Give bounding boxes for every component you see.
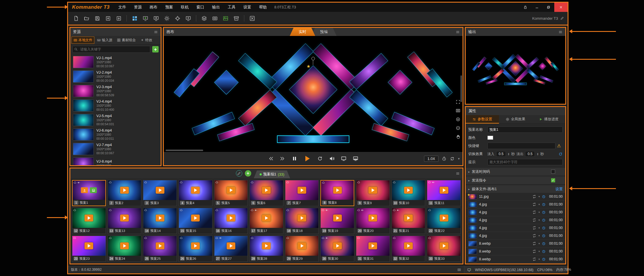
- loop-caret-icon[interactable]: ▾: [538, 242, 540, 245]
- preset-play-button[interactable]: [333, 215, 342, 221]
- play-button[interactable]: [304, 155, 311, 162]
- save-button[interactable]: [93, 14, 102, 23]
- preset-card[interactable]: 2 预案2: [108, 180, 142, 206]
- resource-file-item[interactable]: VJ-3.mp4 1920*1080 00:00:58:539: [73, 84, 158, 98]
- preset-play-button[interactable]: [440, 242, 448, 249]
- media-file-row[interactable]: 4.jpg ▾ 00:01:00: [466, 224, 565, 232]
- fade-in-input[interactable]: [496, 151, 506, 157]
- properties-tab[interactable]: 全局效果: [499, 115, 532, 124]
- preset-card[interactable]: 11 预案11: [427, 180, 461, 206]
- preset-play-button[interactable]: [333, 242, 342, 249]
- preset-card[interactable]: 27 预案27: [214, 236, 248, 262]
- preset-play-button[interactable]: [440, 215, 448, 221]
- preset-play-button[interactable]: [156, 187, 164, 194]
- loop-caret-icon[interactable]: ▾: [538, 211, 540, 214]
- preset-play-button[interactable]: [227, 187, 235, 194]
- preset-play-button[interactable]: [404, 187, 413, 194]
- replay-button[interactable]: [317, 156, 323, 161]
- fade-in-stepper[interactable]: ▲▼: [508, 152, 509, 155]
- preset-card[interactable]: 22 预案22: [427, 208, 461, 234]
- preset-card[interactable]: 12 预案12: [72, 208, 106, 234]
- preset-card[interactable]: 4 预案4: [179, 180, 212, 206]
- preset-play-button[interactable]: [227, 242, 235, 249]
- fit-screen-button[interactable]: [456, 108, 460, 113]
- import-button[interactable]: [104, 14, 112, 23]
- canvas-screen-shape[interactable]: [349, 53, 388, 90]
- resources-tab[interactable]: 本地文件: [71, 37, 94, 44]
- preset-play-button[interactable]: [262, 215, 271, 221]
- media-file-row[interactable]: 8.webp ▾ 00:01:00: [466, 248, 565, 255]
- color-swatch[interactable]: [487, 136, 493, 140]
- command-section[interactable]: ▸ 发送指令 ✓: [466, 177, 565, 184]
- canvas-screen-shape[interactable]: [217, 123, 254, 141]
- loop-mode-icon[interactable]: [532, 195, 536, 199]
- properties-tab[interactable]: 播放进度: [532, 115, 565, 124]
- media-file-row[interactable]: 8.webp ▾ 00:01:00: [466, 263, 565, 264]
- open-folder-button[interactable]: [82, 14, 91, 23]
- preset-card[interactable]: 21 预案21: [392, 208, 425, 234]
- properties-tab[interactable]: 参数设置: [466, 115, 499, 124]
- fade-out-input[interactable]: [525, 151, 535, 157]
- canvas-h-scrollbar[interactable]: [166, 150, 203, 151]
- loop-caret-icon[interactable]: ▾: [538, 250, 540, 253]
- preset-play-button[interactable]: [404, 215, 413, 221]
- preset-play-button[interactable]: [120, 187, 129, 194]
- menu-item[interactable]: 输出: [212, 5, 220, 10]
- canvas-screen-shape[interactable]: [372, 123, 409, 141]
- edit-pencil-icon[interactable]: [560, 16, 564, 20]
- loop-mode-icon[interactable]: [532, 249, 536, 253]
- preset-play-button[interactable]: [298, 242, 306, 249]
- menu-item[interactable]: 窗口: [197, 5, 204, 10]
- preset-card[interactable]: 7 预案7: [285, 180, 319, 206]
- preset-play-button[interactable]: [191, 242, 200, 249]
- media-file-row[interactable]: 4.jpg ▾ 00:01:00: [466, 208, 565, 216]
- menu-item[interactable]: 画布: [150, 5, 157, 10]
- preset-play-button[interactable]: [298, 187, 306, 194]
- loop-mode-icon[interactable]: [532, 226, 536, 230]
- resources-tab[interactable]: 素材组合: [115, 37, 138, 44]
- loop-caret-icon[interactable]: ▾: [538, 203, 540, 206]
- canvas-screen-shape[interactable]: [289, 66, 337, 114]
- presets-menu-button[interactable]: [456, 171, 460, 176]
- media-files-section[interactable]: ▸ 媒体文件-画布1 设置: [466, 185, 565, 193]
- canvas-screen-shape[interactable]: [238, 90, 277, 126]
- loop-caret-icon[interactable]: ▾: [538, 219, 540, 221]
- canvas-menu-button[interactable]: [456, 30, 460, 34]
- preset-card[interactable]: 19 预案19: [320, 208, 354, 234]
- preset-card[interactable]: 17 预案17: [249, 208, 283, 234]
- canvas-selected-screen[interactable]: [277, 135, 349, 143]
- preset-card[interactable]: 14 预案14: [143, 208, 177, 234]
- preset-card[interactable]: 30 预案30: [320, 236, 354, 262]
- preset-play-button[interactable]: [262, 242, 271, 249]
- volume-button[interactable]: [329, 156, 335, 161]
- pan-hand-button[interactable]: [456, 134, 460, 139]
- screen-send-button[interactable]: [141, 14, 150, 23]
- preset-group-tab[interactable]: 预案组1 (33): [254, 170, 290, 178]
- timer-reset-icon[interactable]: [442, 156, 447, 161]
- hint-input[interactable]: [487, 159, 563, 165]
- menu-item[interactable]: 设置: [243, 5, 251, 10]
- lock-icon[interactable]: [520, 3, 531, 12]
- chevron-down-icon[interactable]: ▾: [458, 157, 460, 161]
- layers-button[interactable]: [200, 14, 208, 23]
- preset-card[interactable]: 32 预案32: [392, 236, 425, 262]
- zoom-out-button[interactable]: [456, 126, 460, 130]
- canvas-screen-shape[interactable]: [214, 70, 239, 95]
- preset-play-button[interactable]: [85, 215, 93, 221]
- preset-card[interactable]: 33 预案33: [427, 236, 461, 262]
- preset-play-button[interactable]: [191, 215, 200, 221]
- export-button[interactable]: [114, 14, 123, 23]
- timecode-section[interactable]: ▸ 发送时间码: [466, 168, 565, 175]
- zoom-in-button[interactable]: [456, 117, 460, 122]
- layout-grid-icon[interactable]: [457, 268, 461, 272]
- preset-card[interactable]: 31 预案31: [356, 236, 390, 262]
- target-button[interactable]: [173, 14, 182, 23]
- media-file-row[interactable]: 8.webp ▾ 00:01:00: [466, 240, 565, 248]
- media-file-row[interactable]: 4.jpg ▾ 00:01:00: [466, 216, 565, 224]
- resource-file-item[interactable]: VJ-6.mp4 1920*1080 00:00:10:011: [73, 127, 158, 142]
- menu-item[interactable]: 资源: [134, 5, 142, 10]
- screen-a-button[interactable]: [341, 156, 347, 161]
- pause-button[interactable]: [292, 156, 298, 161]
- menu-item[interactable]: 工具: [228, 5, 236, 10]
- edit-group-button[interactable]: [236, 170, 242, 177]
